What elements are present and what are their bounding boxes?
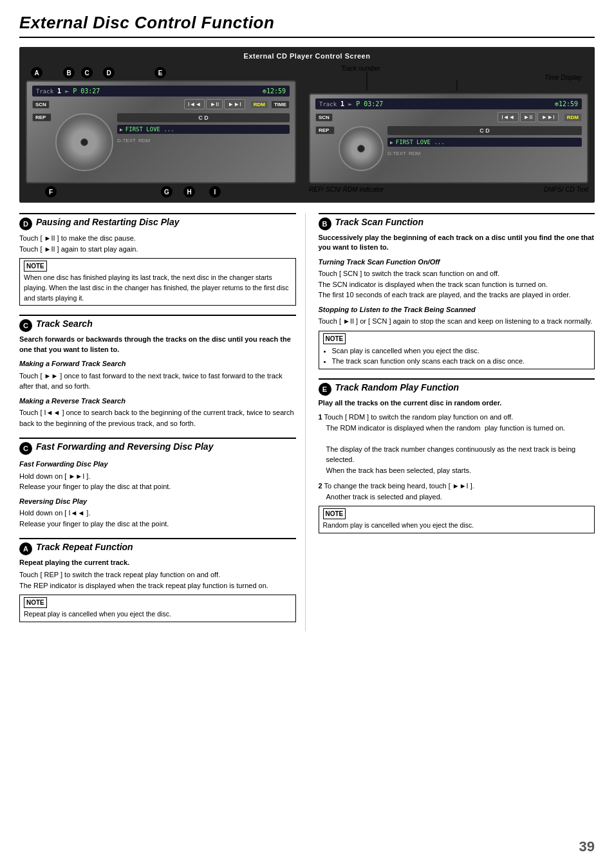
right-first-love-text: FIRST LOVE ... <box>396 139 445 145</box>
cd-text-display: ▶ FIRST LOVE ... <box>117 125 290 134</box>
right-cd-label: C D <box>387 126 582 135</box>
rep-scn-rdm-annotation: REP/ SCN/ RDM indicator <box>309 186 384 193</box>
section-D-note-text: When one disc has finished playing its l… <box>24 273 292 303</box>
right-column: B Track Scan Function Successively play … <box>316 213 595 631</box>
section-D-line2: Touch [ ►II ] again to start play again. <box>19 244 296 255</box>
section-D-note: NOTE When one disc has finished playing … <box>19 258 296 306</box>
first-love-text: FIRST LOVE ... <box>126 126 174 133</box>
right-buttons-row: SCN I◄◄ ►II ►►I RDM <box>315 112 582 122</box>
section-A-header: A Track Repeat Function <box>19 542 296 555</box>
right-annotations-bottom: REP/ SCN/ RDM indicator DNPS/ CD Text <box>309 186 588 193</box>
rdm-button[interactable]: RDM <box>250 100 268 109</box>
section-E-badge: E <box>319 383 331 396</box>
time-display: ⊕12:59 <box>263 88 286 95</box>
section-C-ff-header: C Fast Forwarding and Reversing Disc Pla… <box>19 441 296 455</box>
title-divider <box>19 37 595 38</box>
section-B-badge: B <box>319 217 331 230</box>
right-scn-button[interactable]: SCN <box>315 113 333 122</box>
section-E-note-text: Random play is cancelled when you eject … <box>323 521 591 531</box>
scn-button[interactable]: SCN <box>32 100 50 109</box>
d-text-label: D-TEXT <box>117 138 136 143</box>
section-C-ff-badge: C <box>19 442 32 455</box>
rep-button[interactable]: REP <box>32 113 51 122</box>
right-prev-button[interactable]: I◄◄ <box>498 112 518 122</box>
section-B-note-list: Scan play is cancelled when you eject th… <box>332 346 591 367</box>
right-next-button[interactable]: ►►I <box>537 112 558 122</box>
cd-label: C D <box>117 113 290 122</box>
right-d-text-label: D-TEXT <box>387 151 406 156</box>
section-B-scan: B Track Scan Function Successively play … <box>319 213 595 369</box>
right-cd-center-hole <box>357 145 365 152</box>
section-E-title: Track Random Play Function <box>335 382 460 392</box>
left-screen-area: A B C D E Track 1 ► P 03:27 ⊕12:59 SCN <box>26 65 296 199</box>
scan-on-off-title: Turning Track Scan Function On/Off <box>319 257 595 268</box>
rev-disc-content: Hold down on [ I◄◄ ]. Release your finge… <box>19 508 296 529</box>
stop-scan-title: Stopping to Listen to the Track Being Sc… <box>319 304 595 315</box>
section-C-search-subtitle: Search forwards or backwards through the… <box>19 335 296 355</box>
display-bar: Track 1 ► P 03:27 ⊕12:59 <box>32 86 290 97</box>
screens-row: A B C D E Track 1 ► P 03:27 ⊕12:59 SCN <box>26 65 588 199</box>
annotation-lines-svg <box>309 65 588 93</box>
badge-H: H <box>183 186 195 198</box>
step-2-content: To change the track being heard, touch [… <box>319 482 474 501</box>
section-C-ff-body: Fast Forwarding Disc Play Hold down on [… <box>19 459 296 529</box>
cd-right-panel: C D ▶ FIRST LOVE ... D-TEXT RDM <box>117 113 290 171</box>
right-cd-text-display: ▶ FIRST LOVE ... <box>387 138 582 147</box>
reverse-search-title: Making a Reverse Track Search <box>19 396 296 407</box>
section-D-pausing: D Pausing and Restarting Disc Play Touch… <box>19 213 296 306</box>
section-A-badge: A <box>19 542 32 555</box>
right-track-label: Track <box>319 101 337 107</box>
track-number-display: 1 <box>57 88 61 95</box>
buttons-row: SCN I◄◄ ►II ►►I RDM TIME <box>32 99 290 109</box>
section-B-subtitle: Successively play the beginning of each … <box>319 233 595 253</box>
section-E-note: NOTE Random play is cancelled when you e… <box>319 506 595 533</box>
bottom-badge-row: F G H I <box>26 185 296 199</box>
play-pause-button[interactable]: ►II <box>206 99 223 109</box>
right-display-bar: Track 1 ► P 03:27 ⊕12:59 <box>315 98 582 109</box>
next-button[interactable]: ►►I <box>224 99 245 109</box>
right-cd-disc-visual <box>339 126 384 171</box>
step-1-num: 1 <box>319 413 322 421</box>
rev-disc-title: Reversing Disc Play <box>19 496 296 507</box>
right-bottom-labels: D-TEXT RDM <box>387 151 582 156</box>
section-D-title: Pausing and Restarting Disc Play <box>36 217 180 227</box>
page-title: External Disc Control Function <box>19 13 595 33</box>
section-A-body: Repeat playing the current track. Touch … <box>19 558 296 622</box>
note-label-E: NOTE <box>323 508 346 519</box>
badge-D: D <box>103 67 115 78</box>
right-screen-area: Track number Time Display Track 1 ► P 03… <box>309 65 588 193</box>
right-time: ⊕12:59 <box>555 100 578 107</box>
screen-section: External CD Player Control Screen A B C … <box>19 47 595 203</box>
right-rep-button[interactable]: REP <box>315 126 335 134</box>
section-C-search-badge: C <box>19 319 32 332</box>
section-A-repeat: A Track Repeat Function Repeat playing t… <box>19 538 296 622</box>
section-A-content: Touch [ REP ] to switch the track repeat… <box>19 569 296 591</box>
right-rdm-button[interactable]: RDM <box>564 113 582 122</box>
right-disc-icon: ▶ <box>390 140 393 145</box>
prev-button[interactable]: I◄◄ <box>184 99 205 109</box>
section-D-header: D Pausing and Restarting Disc Play <box>19 217 296 230</box>
right-cd-body: REP C D ▶ FIRST LOVE ... D-TEXT RDM <box>310 124 587 174</box>
right-cd-player-image: Track 1 ► P 03:27 ⊕12:59 SCN I◄◄ ►II ►►I… <box>309 93 588 183</box>
badge-G: G <box>161 186 172 198</box>
badge-A: A <box>31 67 42 78</box>
time-button[interactable]: TIME <box>271 100 290 109</box>
section-B-note: NOTE Scan play is cancelled when you eje… <box>319 331 595 369</box>
section-C-search-header: C Track Search <box>19 319 296 332</box>
section-C-search-body: Search forwards or backwards through the… <box>19 335 296 429</box>
right-annotations-top: Track number Time Display <box>309 65 588 93</box>
badge-B: B <box>63 67 75 78</box>
right-prog: P 03:27 <box>356 100 383 107</box>
right-play-button[interactable]: ►II <box>520 112 537 122</box>
disc-icon: ▶ <box>120 127 123 133</box>
cd-center-hole <box>80 138 88 146</box>
section-C-search-title: Track Search <box>36 319 93 329</box>
step-2-num: 2 <box>319 482 322 490</box>
program-display: P 03:27 <box>73 88 100 95</box>
stop-scan-content: Touch [ ►II ] or [ SCN ] again to stop t… <box>319 316 595 327</box>
badge-C: C <box>81 67 93 78</box>
reverse-search-content: Touch [ I◄◄ ] once to search back to the… <box>19 407 296 429</box>
badge-E: E <box>154 67 166 78</box>
section-A-title: Track Repeat Function <box>36 542 133 552</box>
rdm-label: RDM <box>138 138 150 143</box>
